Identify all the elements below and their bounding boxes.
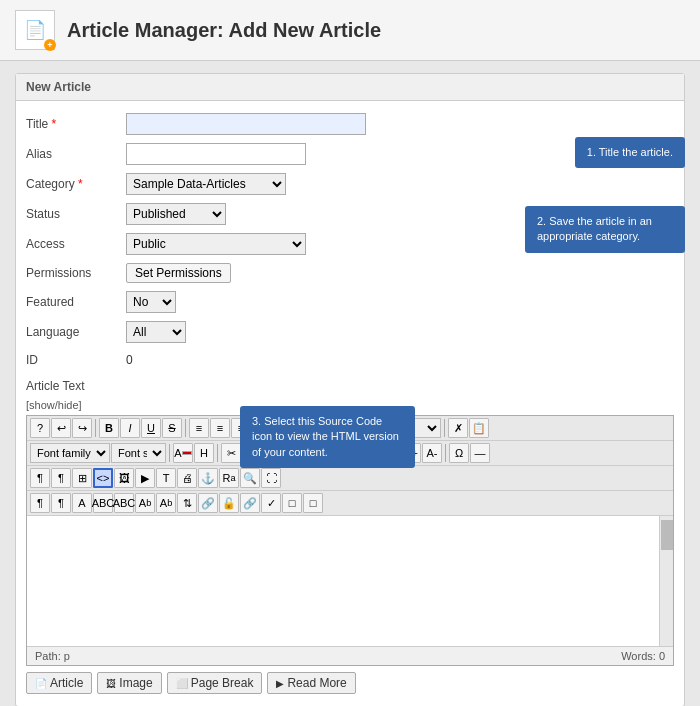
- abbr-res-button[interactable]: ABC: [93, 493, 113, 513]
- horizontal-rule-button[interactable]: —: [470, 443, 490, 463]
- article-tab[interactable]: 📄 Article: [26, 672, 92, 694]
- subscript-button[interactable]: Ab: [135, 493, 155, 513]
- featured-control-area: No: [126, 291, 674, 313]
- permissions-row: Permissions Set Permissions: [26, 259, 674, 287]
- show-hide-link[interactable]: [show/hide]: [26, 399, 82, 411]
- id-row: ID 0: [26, 347, 674, 373]
- editor-scrollbar[interactable]: [659, 516, 673, 646]
- set-permissions-button[interactable]: Set Permissions: [126, 263, 231, 283]
- access-label: Access: [26, 237, 126, 251]
- font-size-select[interactable]: Font size: [111, 443, 166, 463]
- table-button[interactable]: ⊞: [72, 468, 92, 488]
- cut-button[interactable]: ✂: [221, 443, 241, 463]
- plus-badge: +: [44, 39, 56, 51]
- image-insert-button[interactable]: 🖼: [114, 468, 134, 488]
- template-button[interactable]: T: [156, 468, 176, 488]
- toolbar-row-4: ¶ ¶ A ABC ABC Ab Ab ⇅ 🔗 🔓 🔗 ✓ □ □: [27, 491, 673, 516]
- language-select[interactable]: All: [126, 321, 186, 343]
- access-select[interactable]: Public: [126, 233, 306, 255]
- clear-formatting-button[interactable]: ✗: [448, 418, 468, 438]
- article-icon: 📄: [24, 19, 46, 41]
- featured-label: Featured: [26, 295, 126, 309]
- underline-button[interactable]: U: [141, 418, 161, 438]
- image-tab[interactable]: 🖼 Image: [97, 672, 161, 694]
- read-more-tab-icon: ▶: [276, 678, 284, 689]
- separator-2: [185, 419, 186, 437]
- highlight-button[interactable]: H: [194, 443, 214, 463]
- callout-3: 3. Select this Source Code icon to view …: [240, 406, 415, 468]
- abbr-abc-button[interactable]: ABC: [114, 493, 134, 513]
- toolbar-row-3: ¶ ¶ ⊞ <> 🖼 ▶ T 🖨 ⚓ Ra 🔍 ⛶: [27, 466, 673, 491]
- status-label: Status: [26, 207, 126, 221]
- extra2[interactable]: □: [303, 493, 323, 513]
- redo-button[interactable]: ↪: [72, 418, 92, 438]
- separator-4: [444, 419, 445, 437]
- page-title: Article Manager: Add New Article: [67, 19, 381, 42]
- category-select[interactable]: Sample Data-Articles: [126, 173, 286, 195]
- paste-button[interactable]: 📋: [469, 418, 489, 438]
- check-button[interactable]: ✓: [261, 493, 281, 513]
- title-control-area: [126, 113, 674, 135]
- page-header: 📄 + Article Manager: Add New Article: [0, 0, 700, 61]
- words-label: Words: 0: [621, 650, 665, 662]
- image-tab-icon: 🖼: [106, 678, 116, 689]
- link3[interactable]: 🔗: [240, 493, 260, 513]
- superscript-button[interactable]: Ab: [156, 493, 176, 513]
- extra1[interactable]: □: [282, 493, 302, 513]
- special-char-button[interactable]: Ω: [449, 443, 469, 463]
- para-format-button[interactable]: ¶: [30, 468, 50, 488]
- featured-select[interactable]: No: [126, 291, 176, 313]
- page-break-tab[interactable]: ⬜ Page Break: [167, 672, 263, 694]
- anchor-button[interactable]: ⚓: [198, 468, 218, 488]
- align-left-button[interactable]: ≡: [189, 418, 209, 438]
- help-button[interactable]: ?: [30, 418, 50, 438]
- italic-button[interactable]: I: [120, 418, 140, 438]
- search-replace-button[interactable]: 🔍: [240, 468, 260, 488]
- alias-input[interactable]: [126, 143, 306, 165]
- panel-body: Title * Alias Cat: [16, 101, 684, 706]
- read-more-tab[interactable]: ▶ Read More: [267, 672, 355, 694]
- unlink-button[interactable]: 🔓: [219, 493, 239, 513]
- scrollbar-thumb: [661, 520, 673, 550]
- article-text-label: Article Text: [26, 379, 126, 393]
- strikethrough-button[interactable]: S: [162, 418, 182, 438]
- char-map-button[interactable]: Ra: [219, 468, 239, 488]
- featured-row: Featured No: [26, 287, 674, 317]
- source-code-button[interactable]: <>: [93, 468, 113, 488]
- title-row: Title *: [26, 109, 674, 139]
- permissions-label: Permissions: [26, 266, 126, 280]
- article-tab-icon: 📄: [35, 678, 47, 689]
- char-btn2[interactable]: ⇅: [177, 493, 197, 513]
- font-family-select[interactable]: Font family: [30, 443, 110, 463]
- align-center-button[interactable]: ≡: [210, 418, 230, 438]
- id-value: 0: [126, 353, 674, 367]
- title-input[interactable]: [126, 113, 366, 135]
- media-button[interactable]: ▶: [135, 468, 155, 488]
- block-btn2[interactable]: ¶: [51, 493, 71, 513]
- undo-button[interactable]: ↩: [51, 418, 71, 438]
- editor-area[interactable]: [27, 516, 659, 646]
- category-required: *: [78, 177, 83, 191]
- separator-1: [95, 419, 96, 437]
- abbr-button[interactable]: A: [72, 493, 92, 513]
- separator-9: [445, 444, 446, 462]
- separator-5: [169, 444, 170, 462]
- bottom-tabs: 📄 Article 🖼 Image ⬜ Page Break ▶ Read Mo…: [26, 666, 674, 698]
- category-label: Category *: [26, 177, 126, 191]
- print-button[interactable]: 🖨: [177, 468, 197, 488]
- main-content: New Article Title * Alias: [0, 61, 700, 706]
- font-color-button[interactable]: A: [173, 443, 193, 463]
- fullscreen-button[interactable]: ⛶: [261, 468, 281, 488]
- language-control-area: All: [126, 321, 674, 343]
- article-text-row: Article Text: [26, 373, 674, 399]
- id-label: ID: [26, 353, 126, 367]
- link-btn2[interactable]: 🔗: [198, 493, 218, 513]
- header-icon: 📄 +: [15, 10, 55, 50]
- para-btn2[interactable]: ¶: [30, 493, 50, 513]
- editor-area-wrapper: [27, 516, 673, 646]
- callout-2: 2. Save the article in an appropriate ca…: [525, 206, 685, 253]
- status-select[interactable]: Published: [126, 203, 226, 225]
- font-size-down-button[interactable]: A-: [422, 443, 442, 463]
- bold-button[interactable]: B: [99, 418, 119, 438]
- block-format-button[interactable]: ¶: [51, 468, 71, 488]
